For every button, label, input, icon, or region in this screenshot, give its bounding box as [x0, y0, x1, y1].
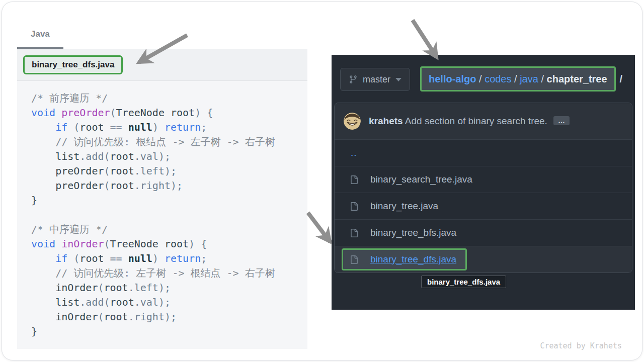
parent-directory-link[interactable]: ..: [351, 147, 357, 158]
code-line: list.add(root.val);: [31, 295, 304, 310]
filename-tooltip: binary_tree_dfs.java: [421, 276, 506, 288]
commit-message: krahets Add section of binary search tre…: [369, 116, 570, 127]
code-line: if (root == null) return;: [31, 251, 304, 266]
file-row[interactable]: binary_tree.java: [335, 193, 632, 220]
breadcrumb-segment[interactable]: codes: [485, 73, 511, 85]
code-line: inOrder(root.right);: [31, 310, 304, 324]
chevron-down-icon: [395, 78, 401, 81]
file-row[interactable]: binary_tree_dfs.java: [335, 246, 632, 273]
avatar[interactable]: [344, 113, 361, 130]
file-icon: [350, 175, 358, 184]
code-line: }: [31, 324, 304, 339]
code-line: if (root == null) return;: [31, 120, 304, 135]
file-list: binary_search_tree.javabinary_tree.javab…: [335, 166, 632, 273]
file-link[interactable]: binary_tree_bfs.java: [370, 227, 456, 238]
file-icon: [350, 229, 358, 237]
commit-author[interactable]: krahets: [369, 116, 403, 126]
code-block: /* 前序遍历 */void preOrder(TreeNode root) {…: [17, 81, 307, 339]
file-row[interactable]: binary_tree_bfs.java: [335, 220, 632, 246]
breadcrumb-separator: /: [512, 73, 520, 85]
credit-text: Created by Krahets: [540, 341, 622, 350]
file-link[interactable]: binary_tree.java: [370, 201, 438, 212]
breadcrumb-segment[interactable]: java: [520, 73, 538, 85]
breadcrumb-separator: /: [538, 73, 547, 85]
code-line: void preOrder(TreeNode root) {: [31, 106, 304, 120]
code-line: // 访问优先级: 根结点 -> 左子树 -> 右子树: [31, 135, 304, 149]
commit-ellipsis-button[interactable]: …: [553, 116, 570, 125]
git-branch-icon: [349, 75, 358, 84]
code-header: binary_tree_dfs.java: [17, 49, 307, 81]
parent-directory-row[interactable]: ..: [335, 140, 632, 166]
arrow-to-breadcrumb: [413, 20, 437, 57]
filename-highlight-box: binary_tree_dfs.java: [23, 55, 123, 74]
file-icon: [350, 202, 358, 211]
branch-selector-button[interactable]: master: [340, 68, 410, 91]
breadcrumb: hello-algo / codes / java / chapter_tree: [420, 66, 616, 92]
arrow-to-dfs-file: [308, 213, 330, 242]
code-line: /* 中序遍历 */: [31, 222, 304, 237]
code-line: }: [31, 193, 304, 208]
breadcrumb-trailing-slash: /: [620, 73, 623, 85]
code-line: /* 前序遍历 */: [31, 91, 304, 106]
file-icon: [350, 255, 358, 264]
code-line: [31, 208, 304, 222]
breadcrumb-segment: chapter_tree: [547, 73, 607, 85]
code-filename: binary_tree_dfs.java: [32, 60, 114, 70]
file-link[interactable]: binary_tree_dfs.java: [370, 254, 456, 265]
file-browser-box: krahets Add section of binary search tre…: [334, 103, 632, 273]
file-link[interactable]: binary_search_tree.java: [370, 174, 472, 185]
code-line: preOrder(root.right);: [31, 178, 304, 193]
breadcrumb-segment[interactable]: hello-algo: [429, 73, 476, 85]
code-line: list.add(root.val);: [31, 149, 304, 164]
breadcrumb-row: hello-algo / codes / java / chapter_tree…: [420, 66, 622, 92]
code-line: inOrder(root.left);: [31, 281, 304, 295]
tab-java[interactable]: Java: [31, 29, 50, 39]
file-highlight-box: binary_tree_dfs.java: [342, 248, 467, 270]
code-line: void inOrder(TreeNode root) {: [31, 237, 304, 251]
breadcrumb-separator: /: [476, 73, 485, 85]
code-line: preOrder(root.left);: [31, 164, 304, 178]
file-row[interactable]: binary_search_tree.java: [335, 166, 632, 193]
latest-commit-row: krahets Add section of binary search tre…: [335, 103, 632, 140]
code-line: // 访问优先级: 左子树 -> 根结点 -> 右子树: [31, 266, 304, 281]
code-card: binary_tree_dfs.java /* 前序遍历 */void preO…: [17, 49, 307, 349]
branch-name: master: [363, 74, 390, 85]
github-panel: master hello-algo / codes / java / chapt…: [332, 55, 635, 310]
screenshot-card: Java binary_tree_dfs.java /* 前序遍历 */void…: [2, 2, 642, 360]
